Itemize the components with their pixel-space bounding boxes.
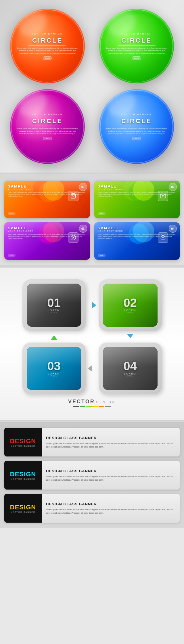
card-sublabel-1: YOUR TEXT HERE <box>8 188 87 190</box>
squares-section: 01 LOREM IPSUM 02 LOREM IPSUM <box>0 268 184 420</box>
card-icon-2 <box>158 191 168 201</box>
card-badge-2: more <box>98 212 106 215</box>
square-wrap-2: 02 LOREM IPSUM <box>93 279 167 331</box>
circle-title-3: CIRCLE <box>16 117 79 125</box>
square-ipsum-4: IPSUM <box>126 375 133 377</box>
glass-banner-title-1: DESIGN GLASS BANNER <box>46 436 175 440</box>
circle-content-1: VECTOR BANNER CIRCLE Lorem ipsum dolor s… <box>10 27 85 66</box>
glass-thumb-title-2: DESIGN <box>10 471 36 478</box>
card-label-1: SAMPLE <box>8 184 87 188</box>
square-lorem-3: LOREM <box>48 372 60 375</box>
circle-subtitle-2: VECTOR BANNER <box>105 33 168 35</box>
square-screen-4: 04 LOREM IPSUM <box>103 347 158 390</box>
vector-color-bar <box>17 406 167 407</box>
glass-text-area-1: DESIGN GLASS BANNER Lorem ipsum dolor si… <box>42 432 180 452</box>
glass-text-area-3: DESIGN GLASS BANNER Lorem ipsum dolor si… <box>42 498 180 518</box>
squares-row-1: 01 LOREM IPSUM 02 LOREM IPSUM <box>17 279 167 331</box>
square-lorem-1: LOREM <box>48 309 60 312</box>
card-icon-4 <box>158 232 168 243</box>
glass-banner-3: DESIGN VECTOR BANNER DESIGN GLASS BANNER… <box>4 494 180 523</box>
sample-card-3: 03 SAMPLE YOUR TEXT HERE Lorem ipsum dol… <box>4 222 90 260</box>
card-badge-4: more <box>98 254 106 257</box>
square-button-2[interactable]: 02 LOREM IPSUM <box>99 279 162 331</box>
card-icon-1 <box>68 191 78 201</box>
vbar-5 <box>99 406 104 407</box>
square-inner-3: 03 LOREM IPSUM <box>27 347 81 390</box>
arrow-up-3 <box>51 335 57 340</box>
card-label-3: SAMPLE <box>8 226 87 230</box>
circle-banner-1: VECTOR BANNER CIRCLE Lorem ipsum dolor s… <box>10 9 85 83</box>
circle-divider-3 <box>28 126 66 126</box>
circle-title-4: CIRCLE <box>105 117 168 125</box>
arrow-left-4 <box>88 365 92 372</box>
compass-icon <box>70 235 76 240</box>
vector-design-label: VECTOR DESIGN <box>17 394 167 408</box>
square-wrap-4: 04 LOREM IPSUM <box>93 343 167 394</box>
square-number-4: 04 <box>123 360 137 372</box>
circle-divider-4 <box>118 126 156 126</box>
circle-divider-2 <box>118 45 156 46</box>
vbar-3 <box>86 406 92 407</box>
glass-thumb-2: DESIGN VECTOR BANNER <box>4 461 42 490</box>
square-button-4[interactable]: 04 LOREM IPSUM <box>99 343 162 394</box>
arrow-down-2 <box>127 334 134 338</box>
vbar-1 <box>73 406 79 407</box>
svg-point-1 <box>162 195 164 197</box>
square-lorem-2: LOREM <box>124 309 136 312</box>
circle-content-4: VECTOR BANNER CIRCLE Lorem ipsum dolor s… <box>99 107 174 146</box>
circle-title-2: CIRCLE <box>105 37 168 44</box>
square-inner-4: 04 LOREM IPSUM <box>103 347 158 390</box>
square-button-3[interactable]: 03 LOREM IPSUM <box>22 343 86 394</box>
glass-thumb-sub-1: VECTOR BANNER <box>10 445 36 447</box>
glass-thumb-sub-3: VECTOR BANNER <box>10 511 36 513</box>
glass-banners-section: DESIGN VECTOR BANNER DESIGN GLASS BANNER… <box>0 422 184 528</box>
cards-section: 01 SAMPLE YOUR TEXT HERE Lorem ipsum dol… <box>0 175 184 265</box>
circle-subtitle-4: VECTOR BANNER <box>105 113 168 116</box>
circle-divider-1 <box>28 45 66 46</box>
shopping-bag-icon <box>70 193 76 199</box>
circle-subtitle-3: VECTOR BANNER <box>16 113 79 116</box>
sample-card-1: 01 SAMPLE YOUR TEXT HERE Lorem ipsum dol… <box>4 181 90 218</box>
card-icon-3 <box>68 232 78 243</box>
vbar-4 <box>92 406 98 407</box>
square-button-1[interactable]: 01 LOREM IPSUM <box>22 279 86 331</box>
card-number-4: 04 <box>169 225 177 233</box>
circle-badge-4: Eps 10 <box>132 137 141 140</box>
circle-banner-2: VECTOR BANNER CIRCLE Lorem ipsum dolor s… <box>99 9 174 83</box>
box-icon <box>160 235 166 240</box>
card-sublabel-4: YOUR TEXT HERE <box>98 230 177 232</box>
circle-text-4: Lorem ipsum dolor sit amet, consectetur … <box>105 127 168 135</box>
glass-banner-title-2: DESIGN GLASS BANNER <box>46 469 175 473</box>
circle-text-1: Lorem ipsum dolor sit amet, consectetur … <box>16 47 79 55</box>
square-lorem-4: LOREM <box>124 372 136 375</box>
square-ipsum-1: IPSUM <box>50 312 57 314</box>
square-number-3: 03 <box>47 360 61 372</box>
circle-title-1: CIRCLE <box>16 37 79 44</box>
square-wrap-3: 03 LOREM IPSUM <box>17 343 91 394</box>
card-number-1: 01 <box>79 183 87 191</box>
glass-thumb-3: DESIGN VECTOR BANNER <box>4 494 42 523</box>
section-separator-2 <box>0 265 184 268</box>
circle-badge-2: Eps 10 <box>132 56 141 60</box>
arrow-right-1 <box>92 302 96 309</box>
glass-banner-2: DESIGN VECTOR BANNER DESIGN GLASS BANNER… <box>4 461 180 490</box>
circle-text-2: Lorem ipsum dolor sit amet, consectetur … <box>105 47 168 55</box>
square-ipsum-3: IPSUM <box>50 375 57 377</box>
card-sublabel-2: YOUR TEXT HERE <box>98 188 177 190</box>
circle-banner-4: VECTOR BANNER CIRCLE Lorem ipsum dolor s… <box>99 89 174 164</box>
circle-badge-3: Eps 10 <box>43 137 52 140</box>
glass-thumb-content-2: DESIGN VECTOR BANNER <box>10 471 36 480</box>
glass-banner-body-3: Lorem ipsum dolor sit amet, consectetur … <box>46 508 175 515</box>
card-badge-1: more <box>8 212 16 215</box>
glass-thumb-content-3: DESIGN VECTOR BANNER <box>10 504 36 513</box>
square-wrap-1: 01 LOREM IPSUM <box>17 279 91 331</box>
card-number-3: 03 <box>79 225 87 233</box>
circle-subtitle-1: VECTOR BANNER <box>16 33 79 35</box>
glass-banner-body-1: Lorem ipsum dolor sit amet, consectetur … <box>46 442 175 448</box>
card-number-2: 02 <box>169 183 177 191</box>
circle-text-3: Lorem ipsum dolor sit amet, consectetur … <box>16 127 79 135</box>
glass-thumb-sub-2: VECTOR BANNER <box>10 478 36 480</box>
circle-banner-3: VECTOR BANNER CIRCLE Lorem ipsum dolor s… <box>10 89 85 164</box>
square-inner-1: 01 LOREM IPSUM <box>27 284 81 327</box>
circles-section: VECTOR BANNER CIRCLE Lorem ipsum dolor s… <box>0 0 184 173</box>
